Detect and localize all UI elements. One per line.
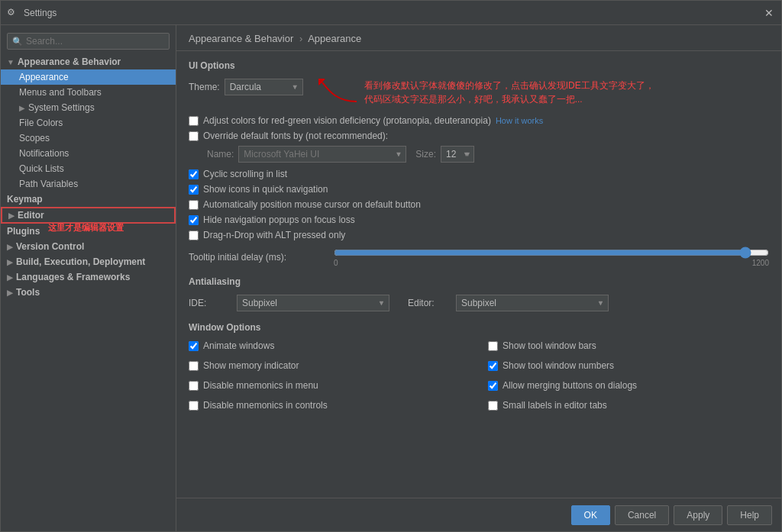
apply-button[interactable]: Apply <box>674 505 722 525</box>
antialiasing-title: Antialiasing <box>189 276 769 287</box>
tooltip-slider-area: Tooltip initial delay (ms): 0 1200 <box>189 247 769 267</box>
main-panel: Appearance & Behavior › Appearance UI Op… <box>176 25 781 531</box>
checkbox-show-memory[interactable] <box>189 361 199 371</box>
settings-window: ⚙ Settings ✕ 🔍 ▼ Appearance & Behavior A… <box>0 0 782 532</box>
checkbox-redgreen[interactable] <box>189 116 199 126</box>
editor-aa-select-wrapper[interactable]: Subpixel No antialiasing Greyscale Defau… <box>456 295 609 311</box>
checkbox-animate-win-row: Animate windows <box>189 340 470 351</box>
sidebar-item-build-execution[interactable]: ▶ Build, Execution, Deployment <box>1 254 176 269</box>
close-button[interactable]: ✕ <box>763 7 775 19</box>
name-select[interactable]: Microsoft YaHei UI <box>238 146 406 163</box>
checkbox-show-toolwin-bars-label[interactable]: Show tool window bars <box>502 340 596 351</box>
sidebar-item-editor[interactable]: ▶ Editor 这里才是编辑器设置 <box>1 207 176 224</box>
checkbox-animate-win-label[interactable]: Animate windows <box>203 340 274 351</box>
checkbox-hide-nav-label[interactable]: Hide navigation popups on focus loss <box>203 214 355 225</box>
checkbox-disable-mnemonics-ctrl[interactable] <box>189 401 199 411</box>
size-input-wrapper[interactable]: 12 10 11 13 14 ▼ <box>441 146 474 163</box>
window-options-section: Window Options Animate windows Show tool… <box>189 322 769 415</box>
checkbox-show-toolwin-nums-label[interactable]: Show tool window numbers <box>502 360 614 371</box>
size-select[interactable]: 12 10 11 13 14 <box>441 146 474 163</box>
how-it-works-link[interactable]: How it works <box>496 116 543 125</box>
checkbox-show-icons-label[interactable]: Show icons in quick navigation <box>203 184 328 195</box>
ide-label: IDE: <box>189 298 231 308</box>
sidebar-item-quick-lists[interactable]: Quick Lists <box>1 161 176 176</box>
window-options-grid: Animate windows Show tool window bars Sh… <box>189 340 769 415</box>
checkbox-allow-merging-label[interactable]: Allow merging buttons on dialogs <box>502 380 637 391</box>
tooltip-slider-wrap: 0 1200 <box>334 247 769 267</box>
checkbox-disable-mnemonics[interactable] <box>189 381 199 391</box>
name-input-wrapper[interactable]: Microsoft YaHei UI ▼ <box>238 146 406 163</box>
sidebar-item-notifications[interactable]: Notifications <box>1 146 176 161</box>
main-content: 🔍 ▼ Appearance & Behavior Appearance Men… <box>1 25 781 531</box>
checkbox-drag-drop-label[interactable]: Drag-n-Drop with ALT pressed only <box>203 230 345 240</box>
antialiasing-section: Antialiasing IDE: Subpixel No antialiasi… <box>189 276 769 311</box>
sidebar-item-system-settings[interactable]: ▶ System Settings <box>1 100 176 115</box>
checkbox-allow-merging[interactable] <box>488 381 498 391</box>
sidebar-item-version-control[interactable]: ▶ Version Control <box>1 239 176 254</box>
expand-arrow: ▶ <box>7 273 13 282</box>
checkbox-hide-nav-row: Hide navigation popups on focus loss <box>189 214 769 225</box>
cancel-button[interactable]: Cancel <box>615 505 669 525</box>
theme-label: Theme: <box>189 82 220 92</box>
sidebar-item-file-colors[interactable]: File Colors <box>1 115 176 131</box>
search-bar[interactable]: 🔍 <box>7 33 170 50</box>
sidebar-item-appearance-behavior[interactable]: ▼ Appearance & Behavior <box>1 54 176 69</box>
checkbox-disable-mnemonics-ctrl-row: Disable mnemonics in controls <box>189 400 470 411</box>
sidebar-item-label: Keymap <box>7 194 43 205</box>
bottom-bar: OK Cancel Apply Help <box>176 498 781 531</box>
checkbox-disable-mnemonics-label[interactable]: Disable mnemonics in menu <box>203 380 318 391</box>
sidebar-item-scopes[interactable]: Scopes <box>1 131 176 146</box>
expand-arrow: ▶ <box>7 258 13 266</box>
ok-button[interactable]: OK <box>571 505 610 525</box>
sidebar-item-path-variables[interactable]: Path Variables <box>1 176 176 192</box>
sidebar-item-label: Tools <box>16 287 40 298</box>
checkbox-show-icons[interactable] <box>189 185 199 195</box>
tooltip-slider[interactable] <box>334 247 769 259</box>
sidebar-item-menus-toolbars[interactable]: Menus and Toolbars <box>1 85 176 100</box>
checkbox-redgreen-label[interactable]: Adjust colors for red-green vision defic… <box>203 115 491 126</box>
ide-aa-select[interactable]: Subpixel No antialiasing Greyscale Defau… <box>237 295 389 311</box>
checkbox-auto-mouse-label[interactable]: Automatically position mouse cursor on d… <box>203 199 421 210</box>
checkbox-cyclic-scroll[interactable] <box>189 169 199 179</box>
checkbox-drag-drop[interactable] <box>189 231 199 240</box>
checkbox-cyclic-scroll-label[interactable]: Cyclic scrolling in list <box>203 169 287 179</box>
checkbox-animate-win[interactable] <box>189 341 199 351</box>
theme-select-wrapper[interactable]: Darcula IntelliJ High contrast ▼ <box>225 79 303 95</box>
checkbox-small-labels[interactable] <box>488 401 498 411</box>
expand-arrow: ▶ <box>7 289 13 297</box>
checkbox-show-memory-label[interactable]: Show memory indicator <box>203 360 299 371</box>
checkbox-override-fonts-label[interactable]: Override default fonts by (not recommend… <box>203 131 388 141</box>
tooltip-slider-numbers: 0 1200 <box>334 259 769 267</box>
checkbox-override-fonts[interactable] <box>189 131 199 141</box>
name-label: Name: <box>207 149 234 160</box>
checkbox-redgreen-row: Adjust colors for red-green vision defic… <box>189 115 769 126</box>
checkbox-show-toolwin-bars[interactable] <box>488 341 498 351</box>
titlebar: ⚙ Settings ✕ <box>1 1 781 25</box>
antialiasing-ide-row: IDE: Subpixel No antialiasing Greyscale … <box>189 295 769 311</box>
checkbox-hide-nav[interactable] <box>189 215 199 225</box>
sidebar-item-keymap[interactable]: Keymap <box>1 192 176 207</box>
sidebar-item-label: Build, Execution, Deployment <box>16 256 145 267</box>
annotation-line2: 代码区域文字还是那么小，好吧，我承认又蠢了一把... <box>364 92 654 106</box>
search-input[interactable] <box>26 36 164 47</box>
theme-and-annotation: Theme: Darcula IntelliJ High contrast ▼ <box>189 79 769 109</box>
sidebar-item-label: Appearance <box>19 72 69 82</box>
breadcrumb-part1: Appearance & Behavior <box>189 33 293 44</box>
theme-select[interactable]: Darcula IntelliJ High contrast <box>225 79 303 95</box>
checkbox-disable-mnemonics-ctrl-label[interactable]: Disable mnemonics in controls <box>203 400 328 411</box>
sidebar-item-plugins[interactable]: Plugins <box>1 224 176 239</box>
sidebar-item-label: Quick Lists <box>19 163 64 174</box>
sidebar-item-languages-frameworks[interactable]: ▶ Languages & Frameworks <box>1 269 176 285</box>
editor-aa-select[interactable]: Subpixel No antialiasing Greyscale Defau… <box>456 295 609 311</box>
sidebar-item-appearance[interactable]: Appearance <box>1 69 176 85</box>
annotation-arrow-svg <box>318 79 364 109</box>
panel-content: UI Options Theme: Darcula IntelliJ High … <box>176 51 781 498</box>
theme-row: Theme: Darcula IntelliJ High contrast ▼ <box>189 79 303 95</box>
ide-aa-select-wrapper[interactable]: Subpixel No antialiasing Greyscale Defau… <box>237 295 389 311</box>
checkbox-auto-mouse[interactable] <box>189 200 199 210</box>
checkbox-show-toolwin-nums[interactable] <box>488 361 498 371</box>
checkbox-small-labels-label[interactable]: Small labels in editor tabs <box>502 400 607 411</box>
checkbox-disable-mnemonics-row: Disable mnemonics in menu <box>189 380 470 391</box>
sidebar-item-tools[interactable]: ▶ Tools <box>1 285 176 300</box>
help-button[interactable]: Help <box>727 505 772 525</box>
